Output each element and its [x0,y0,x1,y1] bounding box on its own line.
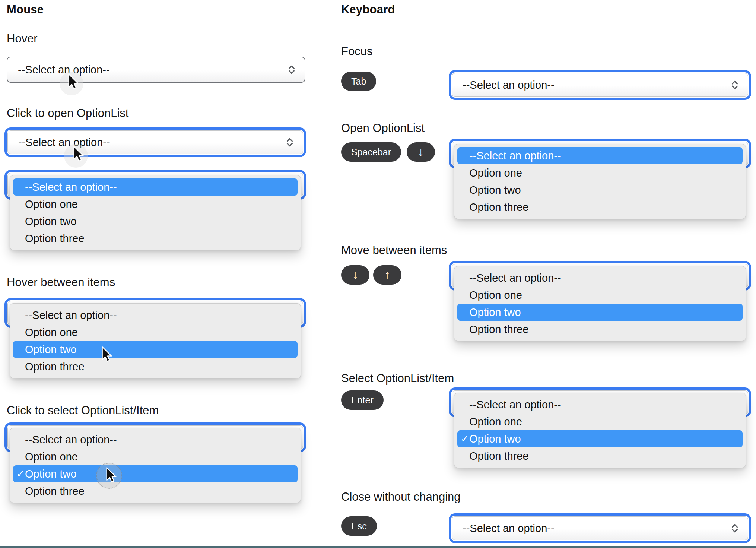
label-select-item: Select OptionList/Item [341,372,454,385]
key-esc: Esc [341,516,377,536]
option-label: Option two [469,433,521,445]
select-value: --Select an option-- [452,79,729,91]
select-value: --Select an option-- [452,522,729,535]
option-item[interactable]: --Select an option-- [457,269,743,286]
label-hover: Hover [7,32,38,45]
option-item[interactable]: --Select an option-- [13,307,298,324]
option-label: Option two [25,215,77,228]
check-icon: ✓ [461,430,469,447]
optionlist-keyboard-select[interactable]: --Select an option-- Option one ✓ Option… [449,387,751,419]
option-label: Option two [469,306,521,319]
check-icon: ✓ [16,465,25,482]
option-list: --Select an option-- Option one Option t… [10,175,301,250]
select-hover-demo[interactable]: --Select an option-- [7,57,305,83]
chevron-updown-icon [729,79,740,91]
option-item[interactable]: --Select an option-- [13,431,298,448]
option-list: --Select an option-- Option one Option t… [454,144,746,219]
option-label: Option three [25,361,85,373]
option-item[interactable]: Option one [13,324,298,341]
mouse-cursor-icon [72,145,86,162]
option-list: --Select an option-- Option one Option t… [10,303,301,378]
option-item[interactable]: --Select an option-- [457,147,743,164]
option-item[interactable]: Option one [457,413,743,430]
option-label: Option one [25,326,78,339]
option-label: Option three [469,450,529,462]
key-enter: Enter [341,390,384,410]
key-label: Tab [351,76,366,87]
option-item[interactable]: Option two [13,213,298,230]
arrow-down-icon: ↓ [418,145,424,159]
key-label: Esc [351,521,367,532]
label-close: Close without changing [341,490,461,504]
arrow-down-icon: ↓ [352,268,358,282]
option-list: --Select an option-- Option one ✓ Option… [10,428,301,503]
option-item[interactable]: Option three [457,321,743,338]
option-item[interactable]: Option three [13,358,298,375]
option-label: Option one [469,416,522,428]
option-item[interactable]: Option one [457,286,743,304]
option-item[interactable]: Option one [457,164,743,181]
option-label: Option one [469,167,522,179]
option-item[interactable]: Option three [13,230,298,247]
page: Mouse Hover --Select an option-- Click t… [0,0,756,548]
option-item[interactable]: Option three [13,482,298,500]
optionlist-click-open[interactable]: --Select an option-- Option one Option t… [4,170,306,201]
select-focus-demo[interactable]: --Select an option-- [449,70,751,100]
key-label: Enter [351,395,374,406]
option-item[interactable]: --Select an option-- [457,396,743,413]
select-click-open-demo[interactable]: --Select an option-- [4,127,306,157]
chevron-updown-icon [286,64,297,75]
option-item[interactable]: --Select an option-- [13,178,298,196]
mouse-cursor-icon [100,346,114,363]
key-arrow-down: ↓ [407,142,435,162]
chevron-updown-icon [729,523,740,534]
option-label: --Select an option-- [469,272,561,284]
option-label: Option three [25,232,85,245]
option-list: --Select an option-- Option one Option t… [454,266,746,341]
chevron-updown-icon [284,137,295,148]
option-label: Option two [25,468,77,480]
option-label: Option three [469,201,529,213]
option-item[interactable]: Option two [457,304,743,321]
option-item[interactable]: Option three [457,447,743,465]
option-label: Option three [25,485,85,497]
option-item[interactable]: Option three [457,199,743,216]
optionlist-click-select[interactable]: --Select an option-- Option one ✓ Option… [4,422,306,454]
optionlist-hover-items[interactable]: --Select an option-- Option one Option t… [4,298,306,329]
option-item[interactable]: Option two [457,181,743,199]
option-label: --Select an option-- [25,434,117,446]
option-label: Option one [469,289,522,301]
key-tab: Tab [341,72,376,91]
label-click-open: Click to open OptionList [7,107,128,120]
option-label: --Select an option-- [25,181,117,193]
option-label: Option one [25,451,78,463]
option-list: --Select an option-- Option one ✓ Option… [454,393,746,468]
label-focus: Focus [341,45,372,58]
section-title-keyboard: Keyboard [341,3,395,16]
select-close-demo[interactable]: --Select an option-- [449,513,751,543]
key-arrow-up: ↑ [373,265,401,285]
option-label: --Select an option-- [469,150,561,162]
optionlist-keyboard-move[interactable]: --Select an option-- Option one Option t… [449,261,751,292]
option-item[interactable]: ✓ Option two [13,465,298,482]
option-label: --Select an option-- [25,309,117,321]
arrow-up-icon: ↑ [384,268,390,282]
option-label: Option two [25,343,77,356]
mouse-cursor-icon [66,73,80,90]
label-move-items: Move between items [341,244,447,257]
section-title-mouse: Mouse [7,3,44,16]
optionlist-keyboard-open[interactable]: --Select an option-- Option one Option t… [449,139,751,170]
key-arrow-down: ↓ [341,265,369,285]
option-item[interactable]: Option one [13,448,298,465]
option-label: Option one [25,198,78,210]
option-item[interactable]: Option one [13,196,298,213]
label-click-select: Click to select OptionList/Item [7,404,159,417]
option-label: Option two [469,184,521,196]
option-label: Option three [469,323,529,336]
option-item[interactable]: Option two [13,341,298,358]
option-item[interactable]: ✓ Option two [457,430,743,447]
label-hover-items: Hover between items [7,276,115,289]
key-spacebar: Spacebar [341,142,401,162]
option-label: --Select an option-- [469,399,561,411]
select-value: --Select an option-- [8,136,284,149]
